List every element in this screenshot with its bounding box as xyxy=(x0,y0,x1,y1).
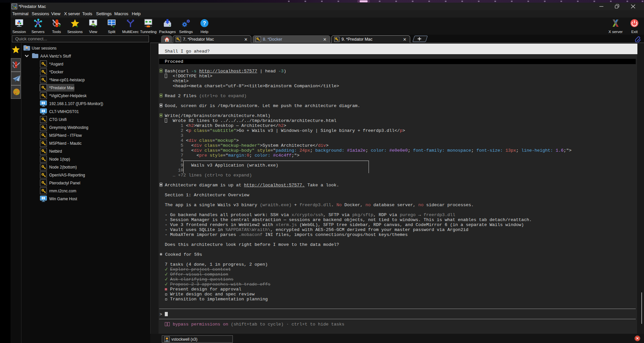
svg-text:>_: >_ xyxy=(12,4,15,7)
svg-text:?: ? xyxy=(203,20,206,26)
